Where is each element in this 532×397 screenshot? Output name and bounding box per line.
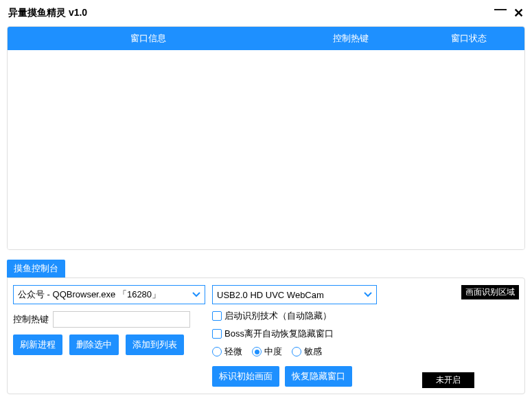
col-window-info: 窗口信息 xyxy=(8,32,289,45)
chevron-down-icon xyxy=(364,291,372,299)
radio-light[interactable]: 轻微 xyxy=(212,345,242,358)
right-column: 画面识别区域 未开启 xyxy=(384,285,519,387)
camera-select-value: USB2.0 HD UVC WebCam xyxy=(217,290,324,300)
mark-initial-frame-button[interactable]: 标识初始画面 xyxy=(212,366,279,387)
radio-sensitive[interactable]: 敏感 xyxy=(292,345,322,358)
window-controls: — ✕ xyxy=(494,5,524,21)
left-column: 公众号 - QQBrowser.exe 「16280」 控制热键 刷新进程 删除… xyxy=(13,285,205,387)
radio-icon xyxy=(252,347,262,356)
minimize-button[interactable]: — xyxy=(494,5,507,21)
list-header: 窗口信息 控制热键 窗口状态 xyxy=(8,27,524,50)
camera-select[interactable]: USB2.0 HD UVC WebCam xyxy=(212,285,377,304)
window-list-panel: 窗口信息 控制热键 窗口状态 xyxy=(7,26,525,250)
refresh-process-button[interactable]: 刷新进程 xyxy=(13,334,62,355)
add-to-list-button[interactable]: 添加到列表 xyxy=(126,334,184,355)
delete-selected-button[interactable]: 删除选中 xyxy=(69,334,119,355)
detection-buttons: 标识初始画面 恢复隐藏窗口 xyxy=(212,366,377,387)
hotkey-input[interactable] xyxy=(53,311,190,328)
restore-hidden-window-button[interactable]: 恢复隐藏窗口 xyxy=(285,366,352,387)
section-title-wrap: 摸鱼控制台 xyxy=(7,260,525,277)
hotkey-label: 控制热键 xyxy=(13,313,49,326)
radio-sensitive-label: 敏感 xyxy=(304,345,322,358)
control-panel: 公众号 - QQBrowser.exe 「16280」 控制热键 刷新进程 删除… xyxy=(7,277,525,394)
radio-light-label: 轻微 xyxy=(224,345,242,358)
checkbox-icon xyxy=(212,311,222,321)
detection-area-badge: 画面识别区域 xyxy=(461,285,519,299)
chevron-down-icon xyxy=(192,291,200,299)
process-select[interactable]: 公众号 - QQBrowser.exe 「16280」 xyxy=(13,285,205,304)
middle-column: USB2.0 HD UVC WebCam 启动识别技术（自动隐藏） Boss离开… xyxy=(212,285,377,387)
process-buttons: 刷新进程 删除选中 添加到列表 xyxy=(13,334,205,355)
detection-status: 未开启 xyxy=(422,372,474,388)
close-button[interactable]: ✕ xyxy=(513,5,524,21)
boss-leave-checkbox-row[interactable]: Boss离开自动恢复隐藏窗口 xyxy=(212,328,377,340)
window-list-body[interactable] xyxy=(8,50,524,249)
radio-icon xyxy=(212,347,222,356)
control-panel-title: 摸鱼控制台 xyxy=(7,260,65,277)
hotkey-row: 控制热键 xyxy=(13,311,205,328)
enable-detection-checkbox-row[interactable]: 启动识别技术（自动隐藏） xyxy=(212,310,377,322)
radio-medium[interactable]: 中度 xyxy=(252,345,282,358)
radio-icon xyxy=(292,347,301,356)
col-hotkey: 控制热键 xyxy=(289,32,413,45)
sensitivity-radios: 轻微 中度 敏感 xyxy=(212,345,377,358)
app-title: 异量摸鱼精灵 v1.0 xyxy=(8,7,87,19)
process-select-value: 公众号 - QQBrowser.exe 「16280」 xyxy=(18,288,161,301)
titlebar: 异量摸鱼精灵 v1.0 — ✕ xyxy=(0,0,532,26)
col-status: 窗口状态 xyxy=(413,32,524,45)
radio-medium-label: 中度 xyxy=(264,345,282,358)
enable-detection-label: 启动识别技术（自动隐藏） xyxy=(224,310,332,322)
checkbox-icon xyxy=(212,329,222,339)
boss-leave-label: Boss离开自动恢复隐藏窗口 xyxy=(224,328,334,340)
